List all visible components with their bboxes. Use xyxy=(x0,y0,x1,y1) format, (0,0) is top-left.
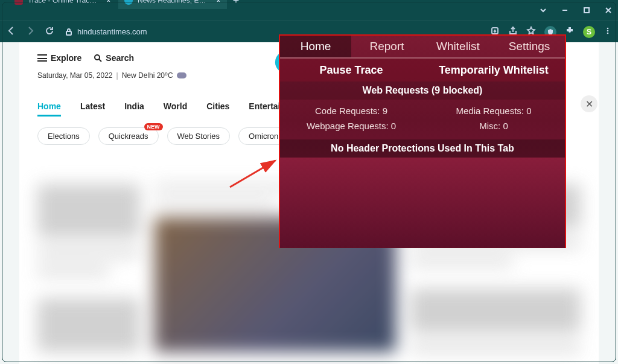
browser-tab[interactable]: Trace - Online Tracking Protection × xyxy=(8,0,117,9)
extensions-icon[interactable] xyxy=(565,26,575,38)
cloud-icon xyxy=(177,72,186,78)
header-protections-note: No Header Protections Used In This Tab xyxy=(280,139,565,158)
svg-line-7 xyxy=(230,161,275,187)
browser-tab[interactable]: News Headlines, English News, T × xyxy=(118,0,227,9)
menu-icon[interactable] xyxy=(604,27,612,37)
svg-point-4 xyxy=(607,30,609,31)
explore-button[interactable]: Explore xyxy=(37,53,81,63)
stat-code: Code Requests: 9 xyxy=(280,103,422,118)
tab-title: Trace - Online Tracking Protection xyxy=(28,0,99,5)
new-badge: NEW xyxy=(144,123,163,130)
ext-tabs: Home Report Whitelist Settings xyxy=(280,36,565,59)
pill-quickreads[interactable]: QuickreadsNEW xyxy=(98,127,159,145)
svg-rect-1 xyxy=(66,31,71,35)
svg-point-6 xyxy=(95,55,100,60)
url-text: hindustantimes.com xyxy=(77,27,147,36)
pill-webstories[interactable]: Web Stories xyxy=(167,127,231,145)
back-icon[interactable] xyxy=(6,25,17,39)
ext-tab-report[interactable]: Report xyxy=(351,36,422,57)
date-text: Saturday, Mar 05, 2022 xyxy=(37,71,113,80)
svg-rect-0 xyxy=(584,8,589,13)
pause-trace-button[interactable]: Pause Trace xyxy=(280,59,422,81)
dialog-close-button[interactable]: ✕ xyxy=(581,95,597,112)
annotation-arrow xyxy=(227,157,281,196)
trace-extension-popup: Home Report Whitelist Settings Pause Tra… xyxy=(279,34,566,248)
svg-point-5 xyxy=(607,32,609,34)
nav-world[interactable]: World xyxy=(164,101,187,117)
lock-icon xyxy=(65,28,72,36)
profile-avatar[interactable]: S xyxy=(583,26,595,38)
url-field[interactable]: hindustantimes.com xyxy=(65,27,147,36)
reload-icon[interactable] xyxy=(45,26,54,38)
pill-elections[interactable]: Elections xyxy=(37,127,90,145)
close-window-icon[interactable] xyxy=(604,5,613,15)
search-button[interactable]: Search xyxy=(94,53,134,63)
explore-label: Explore xyxy=(51,53,81,63)
tab-title: News Headlines, English News, T xyxy=(138,0,209,5)
close-icon[interactable]: × xyxy=(106,0,111,5)
web-requests-title: Web Requests (9 blocked) xyxy=(280,81,565,100)
minimize-icon[interactable] xyxy=(560,5,570,15)
ext-tab-home[interactable]: Home xyxy=(280,36,351,57)
favicon-icon xyxy=(14,0,23,5)
location-weather: New Delhi 20⁰C xyxy=(122,71,173,80)
search-icon xyxy=(94,54,102,62)
hamburger-icon xyxy=(37,54,47,62)
favicon-icon xyxy=(124,0,133,5)
stat-webpage: Webpage Requests: 0 xyxy=(280,118,422,133)
maximize-icon[interactable] xyxy=(582,5,591,15)
ext-body xyxy=(280,158,565,248)
chevron-down-icon[interactable] xyxy=(538,5,548,15)
search-label: Search xyxy=(106,53,134,63)
stat-media: Media Requests: 0 xyxy=(422,103,565,118)
nav-cities[interactable]: Cities xyxy=(206,101,229,117)
ext-stats: Code Requests: 9 Media Requests: 0 Webpa… xyxy=(280,100,565,139)
forward-icon[interactable] xyxy=(25,25,36,39)
nav-india[interactable]: India xyxy=(124,101,144,117)
ext-tab-settings[interactable]: Settings xyxy=(494,36,565,57)
svg-point-3 xyxy=(607,27,609,29)
ext-tab-whitelist[interactable]: Whitelist xyxy=(422,36,494,57)
stat-misc: Misc: 0 xyxy=(422,118,565,133)
temp-whitelist-button[interactable]: Temporarily Whitelist xyxy=(422,59,565,81)
nav-latest[interactable]: Latest xyxy=(80,101,105,117)
window-titlebar: Trace - Online Tracking Protection × New… xyxy=(0,0,618,21)
nav-home[interactable]: Home xyxy=(37,101,61,117)
close-icon[interactable]: × xyxy=(216,0,221,5)
new-tab-button[interactable]: + xyxy=(228,0,244,9)
